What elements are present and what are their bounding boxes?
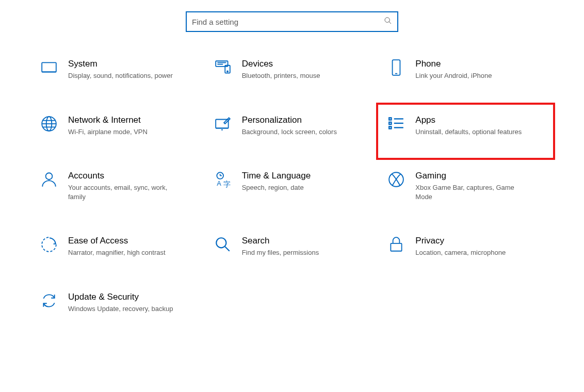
svg-point-32 [216,238,226,248]
svg-point-0 [385,18,390,22]
svg-line-1 [389,22,391,24]
card-time-language[interactable]: A字 Time & Language Speech, region, date [213,170,371,201]
svg-rect-20 [390,122,392,124]
sync-icon [39,291,59,311]
person-icon [39,170,59,189]
svg-point-6 [227,71,228,72]
lock-icon [386,235,406,254]
card-apps[interactable]: Apps Uninstall, defaults, optional featu… [383,110,548,153]
card-accounts[interactable]: Accounts Your accounts, email, sync, wor… [39,170,198,201]
card-subtitle: Uninstall, defaults, optional features [415,127,522,137]
card-title: Search [242,236,319,246]
card-subtitle: Find my files, permissions [242,248,319,257]
apps-icon [386,114,406,134]
card-title: Accounts [68,171,176,181]
settings-search[interactable] [186,11,398,32]
card-title: Devices [242,59,320,69]
card-network[interactable]: Network & Internet Wi-Fi, airplane mode,… [39,114,198,137]
card-title: System [68,59,173,69]
card-subtitle: Narrator, magnifier, high contrast [68,248,166,257]
card-ease-of-access[interactable]: Ease of Access Narrator, magnifier, high… [39,235,198,257]
search-input[interactable] [192,18,384,26]
card-subtitle: Background, lock screen, colors [242,127,337,137]
card-title: Personalization [242,115,337,125]
card-subtitle: Display, sound, notifications, power [68,71,173,80]
search-icon [384,17,392,27]
svg-rect-19 [390,118,392,120]
svg-point-25 [46,173,53,179]
svg-rect-21 [390,126,392,128]
globe-icon [39,114,59,134]
card-title: Phone [415,59,492,69]
card-title: Ease of Access [68,236,166,246]
paint-icon [213,114,233,134]
svg-text:字: 字 [223,180,231,188]
card-subtitle: Bluetooth, printers, mouse [242,71,320,80]
card-title: Update & Security [68,292,173,302]
card-title: Time & Language [242,171,311,181]
system-icon [39,58,59,77]
card-personalization[interactable]: Personalization Background, lock screen,… [213,114,371,137]
card-subtitle: Location, camera, microphone [415,248,506,257]
search-category-icon [213,235,233,254]
card-subtitle: Wi-Fi, airplane mode, VPN [68,127,148,137]
svg-line-33 [225,247,230,251]
card-phone[interactable]: Phone Link your Android, iPhone [386,58,545,80]
card-privacy[interactable]: Privacy Location, camera, microphone [386,235,545,257]
card-subtitle: Windows Update, recovery, backup [68,304,173,314]
card-subtitle: Your accounts, email, sync, work, family [68,183,176,201]
card-devices[interactable]: Devices Bluetooth, printers, mouse [213,58,371,80]
card-subtitle: Xbox Game Bar, captures, Game Mode [415,183,524,201]
ease-of-access-icon [39,235,59,254]
time-language-icon: A字 [213,170,233,189]
card-title: Gaming [415,171,524,181]
phone-icon [386,58,406,77]
devices-icon [213,58,233,77]
card-update-security[interactable]: Update & Security Windows Update, recove… [39,291,198,314]
card-title: Network & Internet [68,115,148,125]
svg-rect-9 [393,60,400,75]
svg-rect-34 [391,243,402,251]
card-subtitle: Link your Android, iPhone [415,71,492,80]
settings-grid: System Display, sound, notifications, po… [39,58,545,313]
card-gaming[interactable]: Gaming Xbox Game Bar, captures, Game Mod… [386,170,545,201]
svg-text:A: A [217,179,221,187]
card-system[interactable]: System Display, sound, notifications, po… [39,58,198,80]
card-title: Privacy [415,236,506,246]
svg-rect-2 [42,62,56,72]
xbox-icon [386,170,406,189]
card-subtitle: Speech, region, date [242,183,311,192]
card-search[interactable]: Search Find my files, permissions [213,235,371,257]
card-title: Apps [415,115,522,125]
